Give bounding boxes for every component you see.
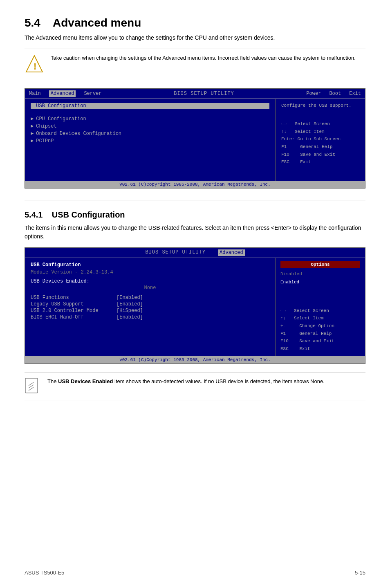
page-footer: ASUS TS500-E5 5-15 (25, 567, 365, 576)
footer-left: ASUS TS500-E5 (25, 570, 64, 576)
usb-devices-label: USB Devices Enabled: (31, 278, 269, 284)
sub-section-name: USB Configuration (52, 210, 125, 219)
bios-footer-1: v02.61 (C)Copyright 1985-2008, American … (25, 181, 365, 188)
usb-devices-value: None (31, 285, 269, 291)
section-54-header: 5.4 Advanced menu The Advanced menu item… (25, 16, 365, 42)
bios-screen-1: Main Advanced Server BIOS SETUP UTILITY … (25, 88, 365, 189)
usb-setting-ehci: BIOS EHCI Hand-Off [Enabled] (31, 314, 269, 320)
bios-menu-advanced: Advanced (49, 90, 76, 97)
usb-setting-controller-mode: USB 2.0 Controller Mode [HiSpeed] (31, 308, 269, 314)
bios-left-panel-2: USB Configuration Module Version - 2.24.… (25, 258, 275, 356)
section-number: 5.4 (25, 16, 40, 29)
bios-menu-power: Power (306, 91, 321, 97)
options-header: Options (280, 261, 360, 268)
bios-item-onboard[interactable]: ► Onboard Devices Configuration (31, 131, 269, 137)
section-541-header: 5.4.1 USB Configuration The items in thi… (25, 210, 365, 241)
option-disabled[interactable]: Disabled (280, 270, 360, 278)
bios-menubar-1: Main Advanced Server BIOS SETUP UTILITY … (25, 89, 365, 99)
svg-rect-2 (25, 378, 38, 393)
warning-text: Take caution when changing the settings … (51, 54, 356, 63)
bios-title-2: BIOS SETUP UTILITY (145, 249, 206, 256)
bios-item-usb[interactable]: ► USB Configuration (31, 103, 269, 109)
section-divider-1 (25, 200, 365, 200)
section-54-title: 5.4 Advanced menu (25, 16, 365, 29)
bios-content-2: USB Configuration Module Version - 2.24.… (25, 258, 365, 356)
bios-menu2-advanced: Advanced (218, 249, 245, 256)
usb-settings: USB Functions [Enabled] Legacy USB Suppo… (31, 295, 269, 320)
options-list: Disabled Enabled (280, 270, 360, 287)
bios-menu-server: Server (84, 91, 101, 97)
warning-box: ! Take caution when changing the setting… (25, 49, 365, 80)
footer-right: 5-15 (355, 570, 365, 576)
bios-menu-boot: Boot (329, 91, 341, 97)
section-541-title: 5.4.1 USB Configuration (25, 210, 365, 220)
bios-help-text: Configure the USB support. (281, 103, 359, 108)
bios-screen-2: BIOS SETUP UTILITY Advanced USB Configur… (25, 247, 365, 364)
note-icon (25, 377, 41, 395)
bios-content-1: ► USB Configuration ► CPU Configuration … (25, 99, 365, 181)
bios-item-cpu[interactable]: ► CPU Configuration (31, 116, 269, 122)
bios-menu-exit: Exit (349, 91, 361, 97)
section-54-desc: The Advanced menu items allow you to cha… (25, 34, 365, 42)
bios-keyhints-1: ←→ Select Screen ↑↓ Select Item Enter Go… (281, 120, 359, 166)
usb-config-title: USB Configuration (31, 262, 269, 268)
note-bold: USB Devices Enabled (58, 378, 113, 384)
option-enabled[interactable]: Enabled (280, 278, 360, 287)
svg-text:!: ! (34, 61, 36, 72)
bios-item-chipset[interactable]: ► Chipset (31, 123, 269, 129)
sub-section-number: 5.4.1 (25, 210, 43, 219)
note-box: The USB Devices Enabled item shows the a… (25, 372, 365, 400)
section-name: Advanced menu (53, 16, 141, 29)
bios-left-panel-1: ► USB Configuration ► CPU Configuration … (25, 99, 275, 181)
warning-icon: ! (25, 54, 44, 75)
section-541-desc: The items in this menu allows you to cha… (25, 224, 365, 241)
bios-title-1: BIOS SETUP UTILITY (110, 91, 298, 97)
bios-right-panel-2: Options Disabled Enabled ←→ Select Scree… (275, 258, 365, 356)
bios-keyhints-2: ←→ Select Screen ↑↓ Select Item +- Chang… (280, 307, 360, 353)
usb-setting-legacy: Legacy USB Support [Enabled] (31, 301, 269, 307)
module-version: Module Version - 2.24.3-13.4 (31, 269, 269, 275)
bios-right-panel-1: Configure the USB support. ←→ Select Scr… (275, 99, 365, 181)
bios-footer-2: v02.61 (C)Copyright 1985-2008, American … (25, 356, 365, 364)
usb-setting-functions: USB Functions [Enabled] (31, 295, 269, 301)
bios-menu-main: Main (29, 91, 41, 97)
note-text: The USB Devices Enabled item shows the a… (47, 377, 325, 386)
bios-menubar-2: BIOS SETUP UTILITY Advanced (25, 248, 365, 258)
bios-item-pciplug[interactable]: ► PCIPnP (31, 138, 269, 144)
